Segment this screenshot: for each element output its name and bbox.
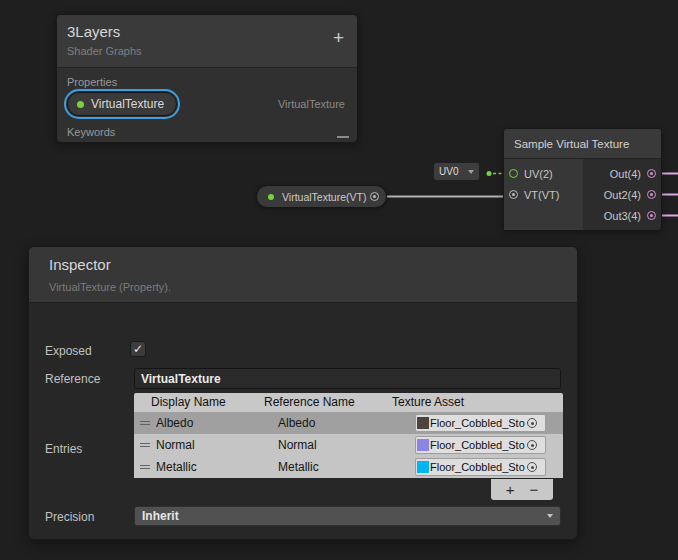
chevron-down-icon bbox=[547, 514, 553, 518]
object-picker-icon[interactable] bbox=[527, 462, 537, 472]
inspector-title: Inspector bbox=[49, 256, 557, 273]
keywords-section-header[interactable]: Keywords bbox=[57, 118, 357, 138]
uv-input-port[interactable] bbox=[509, 169, 518, 178]
texture-object-field[interactable]: Floor_Cobbled_Sto bbox=[415, 458, 546, 476]
property-output-port[interactable] bbox=[370, 192, 379, 201]
uv-channel-dropdown[interactable]: UV0 bbox=[434, 163, 479, 180]
table-row-metallic[interactable]: Metallic Metallic Floor_Cobbled_Sto bbox=[134, 456, 563, 478]
exposed-dot-icon bbox=[77, 101, 84, 108]
inspector-panel: Inspector VirtualTexture (Property). Exp… bbox=[28, 246, 578, 540]
entries-label: Entries bbox=[45, 442, 82, 456]
drag-handle-icon[interactable] bbox=[140, 465, 150, 469]
remove-entry-button[interactable]: − bbox=[529, 482, 538, 497]
chevron-down-icon bbox=[468, 170, 474, 174]
checkmark-icon: ✓ bbox=[133, 342, 143, 356]
exposed-label: Exposed bbox=[45, 344, 92, 358]
inspector-header[interactable]: Inspector VirtualTexture (Property). bbox=[29, 247, 577, 303]
col-reference-name: Reference Name bbox=[264, 395, 355, 409]
precision-label: Precision bbox=[45, 510, 94, 524]
texture-object-field[interactable]: Floor_Cobbled_Sto bbox=[415, 436, 546, 454]
out1-label: Out(4) bbox=[610, 168, 641, 180]
input-row-uv: UV(2) bbox=[504, 163, 583, 184]
add-entry-button[interactable]: + bbox=[506, 482, 515, 497]
display-name-cell[interactable]: Albedo bbox=[134, 416, 278, 430]
drag-handle-icon[interactable] bbox=[140, 421, 150, 425]
reference-name-cell[interactable]: Metallic bbox=[278, 460, 415, 474]
reference-name-cell[interactable]: Albedo bbox=[278, 416, 415, 430]
entries-table: Display Name Reference Name Texture Asse… bbox=[134, 393, 563, 478]
node-outputs: Out(4) Out2(4) Out3(4) bbox=[583, 159, 661, 230]
out2-label: Out2(4) bbox=[604, 189, 641, 201]
reference-input[interactable] bbox=[134, 368, 561, 389]
graph-subtitle: Shader Graphs bbox=[67, 45, 347, 57]
reference-name-cell[interactable]: Normal bbox=[278, 438, 415, 452]
display-name-cell[interactable]: Normal bbox=[134, 438, 278, 452]
node-body: UV(2) VT(VT) Out(4) Out2(4) Out3(4) bbox=[504, 159, 661, 230]
blackboard-header[interactable]: 3Layers Shader Graphs + bbox=[57, 15, 357, 68]
uv-input-label: UV(2) bbox=[524, 168, 553, 180]
uv-default-dot bbox=[487, 171, 492, 176]
precision-dropdown[interactable]: Inherit bbox=[134, 506, 561, 526]
node-inputs: UV(2) VT(VT) bbox=[504, 159, 583, 230]
node-title[interactable]: Sample Virtual Texture bbox=[504, 129, 661, 159]
output-row-3: Out3(4) bbox=[583, 205, 661, 226]
properties-section-header[interactable]: Properties bbox=[57, 68, 357, 88]
exposed-checkbox[interactable]: ✓ bbox=[130, 341, 146, 357]
property-type-label: VirtualTexture bbox=[278, 98, 345, 110]
display-name-cell[interactable]: Metallic bbox=[134, 460, 278, 474]
blackboard-resize-handle[interactable] bbox=[337, 136, 349, 138]
drag-handle-icon[interactable] bbox=[140, 443, 150, 447]
vt-input-label: VT(VT) bbox=[524, 189, 559, 201]
uv-channel-value: UV0 bbox=[439, 166, 458, 177]
out1-port[interactable] bbox=[647, 169, 656, 178]
reference-label: Reference bbox=[45, 372, 100, 386]
entries-list-footer: + − bbox=[491, 479, 553, 500]
object-picker-icon[interactable] bbox=[527, 440, 537, 450]
col-texture-asset: Texture Asset bbox=[392, 395, 464, 409]
precision-value: Inherit bbox=[142, 509, 179, 523]
input-row-vt: VT(VT) bbox=[504, 184, 583, 205]
texture-name: Floor_Cobbled_Sto bbox=[430, 439, 527, 451]
out3-label: Out3(4) bbox=[604, 210, 641, 222]
texture-thumbnail bbox=[417, 439, 429, 451]
exposed-dot-icon bbox=[268, 194, 274, 200]
entries-table-header: Display Name Reference Name Texture Asse… bbox=[134, 393, 563, 412]
output-row-2: Out2(4) bbox=[583, 184, 661, 205]
texture-name: Floor_Cobbled_Sto bbox=[430, 417, 527, 429]
virtualtexture-property-node[interactable]: VirtualTexture(VT) bbox=[256, 185, 387, 208]
sample-virtual-texture-node[interactable]: Sample Virtual Texture UV(2) VT(VT) Out(… bbox=[503, 128, 662, 231]
output-row-1: Out(4) bbox=[583, 163, 661, 184]
blackboard-panel: 3Layers Shader Graphs + Properties Virtu… bbox=[56, 14, 358, 143]
virtualtexture-property-pill[interactable]: VirtualTexture bbox=[67, 92, 177, 116]
shader-graph-canvas: 3Layers Shader Graphs + Properties Virtu… bbox=[0, 0, 678, 560]
table-row-normal[interactable]: Normal Normal Floor_Cobbled_Sto bbox=[134, 434, 563, 456]
inspector-subtitle: VirtualTexture (Property). bbox=[49, 281, 557, 293]
object-picker-icon[interactable] bbox=[527, 418, 537, 428]
out2-port[interactable] bbox=[647, 190, 656, 199]
property-node-label: VirtualTexture(VT) bbox=[282, 191, 366, 203]
texture-thumbnail bbox=[417, 461, 429, 473]
property-row: VirtualTexture VirtualTexture bbox=[57, 88, 357, 118]
table-row-albedo[interactable]: Albedo Albedo Floor_Cobbled_Sto bbox=[134, 412, 563, 434]
texture-object-field[interactable]: Floor_Cobbled_Sto bbox=[415, 414, 546, 432]
property-pill-label: VirtualTexture bbox=[91, 97, 164, 111]
texture-name: Floor_Cobbled_Sto bbox=[430, 461, 527, 473]
vt-input-port[interactable] bbox=[509, 190, 518, 199]
col-display-name: Display Name bbox=[151, 395, 226, 409]
graph-title: 3Layers bbox=[67, 23, 347, 40]
add-property-button[interactable]: + bbox=[333, 28, 344, 47]
out3-port[interactable] bbox=[647, 211, 656, 220]
texture-thumbnail bbox=[417, 417, 429, 429]
